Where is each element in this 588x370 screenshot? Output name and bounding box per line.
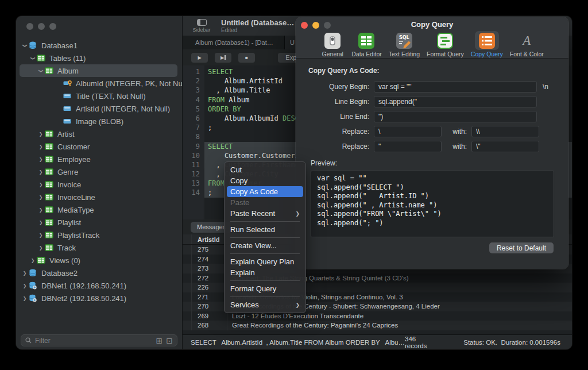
chevron-right-icon[interactable]: ❯ [21,271,29,276]
pref-tab-general[interactable]: General [319,31,346,57]
sidebar-item-albumid-integer-pk-not-null[interactable]: AlbumId (INTEGER, PK, Not Null) [16,77,182,90]
zoom-button[interactable] [49,23,56,30]
chevron-right-icon[interactable]: ❯ [37,245,45,250]
chevron-right-icon[interactable]: ❯ [37,132,45,137]
sidebar-toggle-button[interactable]: Sidebar [189,19,214,33]
table-row[interactable]: 268Great Recordings of the Century: Paga… [183,321,572,330]
sidebar-item-dbnet1-192-168-50-241[interactable]: ❯DBNet1 (192.168.50.241) [16,279,182,292]
preferences-toolbar: GeneralData EditorSQLText EditingFormat … [296,31,568,57]
column-header-artistid[interactable]: ArtistId [192,234,227,244]
sidebar-item-label: Title (TEXT, Not Null) [76,92,146,101]
dialog-window-controls [301,22,331,29]
row-handle [183,264,192,273]
sidebar-item-track[interactable]: ❯Track [16,241,182,254]
row-handle [183,283,192,292]
sidebar-item-title-text-not-null[interactable]: Title (TEXT, Not Null) [16,90,182,102]
menu-item-paste-recent[interactable]: Paste Recent❯ [227,208,303,219]
chevron-right-icon[interactable]: ❯ [37,182,45,187]
chevron-down-icon[interactable]: ❯ [38,67,44,75]
sidebar-item-dbnet2-192-168-50-241[interactable]: ❯DBNet2 (192.168.50.241) [16,292,182,305]
run-all-button[interactable]: ▶ [215,53,231,63]
field-input-query-begin[interactable]: var sql = "" [374,81,537,92]
stop-icon: ■ [245,55,248,60]
run-button[interactable]: ▶ [191,53,208,63]
sidebar-item-invoice[interactable]: ❯Invoice [16,178,182,191]
chevron-right-icon[interactable]: ❯ [37,220,45,225]
chevron-right-icon[interactable]: ❯ [37,195,45,200]
pref-tab-label: Text Editing [389,51,420,57]
menu-item-format-query[interactable]: Format Query [227,283,303,294]
reset-to-default-button[interactable]: Reset to Default [489,242,554,253]
field-input-line-end[interactable]: ") [374,111,537,122]
field-input-with[interactable]: \" [471,141,539,152]
stop-button[interactable]: ■ [238,53,255,63]
pref-tab-text-editing[interactable]: SQLText Editing [387,31,421,57]
sidebar-item-customer[interactable]: ❯Customer [16,140,182,153]
sidebar-item-label: Database1 [41,41,78,50]
menu-item-copy-as-code[interactable]: Copy As Code [227,186,303,197]
row-handle [183,245,192,255]
sidebar-item-playlist[interactable]: ❯Playlist [16,216,182,229]
chevron-right-icon[interactable]: ❯ [37,233,45,238]
row-handle [183,273,192,283]
chevron-right-icon[interactable]: ❯ [37,169,45,175]
field-input-replace[interactable]: " [374,141,442,152]
table-icon [45,181,56,188]
sidebar-item-mediatype[interactable]: ❯MediaType [16,203,182,216]
tab-album[interactable]: Album (Database1) - [Dat… [183,36,285,49]
menu-item-cut[interactable]: Cut [227,164,303,175]
sidebar-item-invoiceline[interactable]: ❯InvoiceLine [16,191,182,203]
chevron-right-icon[interactable]: ❯ [37,144,45,149]
chevron-down-icon[interactable]: ❯ [22,41,28,49]
dialog-header: Copy Query GeneralData EditorSQLText Edi… [296,17,568,59]
menu-item-create-view[interactable]: Create View... [227,240,303,251]
panel-toggle-icon[interactable]: ⊡ [166,337,173,345]
with-label: with: [450,128,467,136]
sidebar-item-database1[interactable]: ❯Database1 [16,39,182,52]
chevron-right-icon[interactable]: ❯ [37,207,45,213]
filter-placeholder: Filter [35,337,153,345]
pref-tab-copy-query[interactable]: Copy Query [469,31,505,57]
minimize-button[interactable] [38,23,45,30]
menu-item-explain[interactable]: Explain [227,267,303,278]
add-table-icon[interactable]: ⊞ [156,337,163,345]
menu-item-services[interactable]: Services❯ [227,299,303,310]
sidebar-item-employee[interactable]: ❯Employee [16,153,182,165]
menu-item-copy[interactable]: Copy [227,175,303,186]
pref-tab-font-color[interactable]: AFont & Color [508,31,546,57]
menu-separator [230,221,300,222]
pref-tab-data-editor[interactable]: Data Editor [350,31,384,57]
sidebar-item-playlisttrack[interactable]: ❯PlaylistTrack [16,229,182,241]
minimize-button[interactable] [312,22,319,29]
sidebar-icon [197,19,207,26]
sidebar-item-database2[interactable]: ❯Database2 [16,267,182,279]
sidebar-item-artist[interactable]: ❯Artist [16,128,182,140]
close-button[interactable] [301,22,308,29]
field-icon [63,93,75,99]
sidebar-item-genre[interactable]: ❯Genre [16,165,182,178]
database-icon [29,269,40,277]
chevron-down-icon[interactable]: ❯ [30,54,36,62]
general-icon [320,31,345,50]
sidebar-item-image-blob[interactable]: Image (BLOB) [16,115,182,128]
menu-item-run-selected[interactable]: Run Selected [227,224,303,235]
line-number: 14 [183,188,204,197]
sidebar-item-artistid-integer-not-null[interactable]: ArtistId (INTEGER, Not Null) [16,102,182,115]
sidebar-item-views-0[interactable]: ❯Views (0) [16,254,182,267]
pref-tab-format-query[interactable]: Format Query [425,31,466,57]
sidebar-item-tables-11[interactable]: ❯Tables (11) [16,52,182,64]
chevron-right-icon[interactable]: ❯ [21,283,29,288]
chevron-right-icon[interactable]: ❯ [37,157,45,162]
field-input-replace[interactable]: \ [374,126,442,137]
chevron-right-icon[interactable]: ❯ [29,258,37,263]
field-input-with[interactable]: \\ [471,126,539,137]
chevron-right-icon[interactable]: ❯ [21,296,29,301]
filter-input[interactable]: Filter ⊞ ⊡ [21,334,177,346]
menu-item-paste[interactable]: Paste [227,197,303,208]
table-icon [45,244,56,251]
close-button[interactable] [26,23,33,30]
sidebar-item-album[interactable]: ❯Album [16,64,182,77]
menu-item-explain-query-plan[interactable]: Explain Query Plan [227,256,303,267]
field-input-line-begin[interactable]: sql.append(" [374,96,537,107]
database-tree: ❯Database1❯Tables (11)❯AlbumAlbumId (INT… [16,39,182,331]
